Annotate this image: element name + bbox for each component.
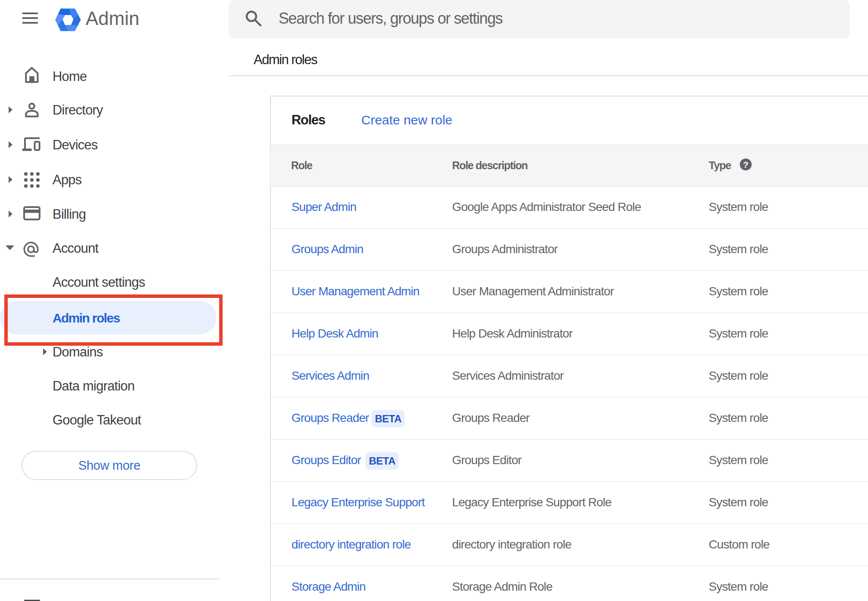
svg-text:?: ?	[743, 160, 749, 170]
